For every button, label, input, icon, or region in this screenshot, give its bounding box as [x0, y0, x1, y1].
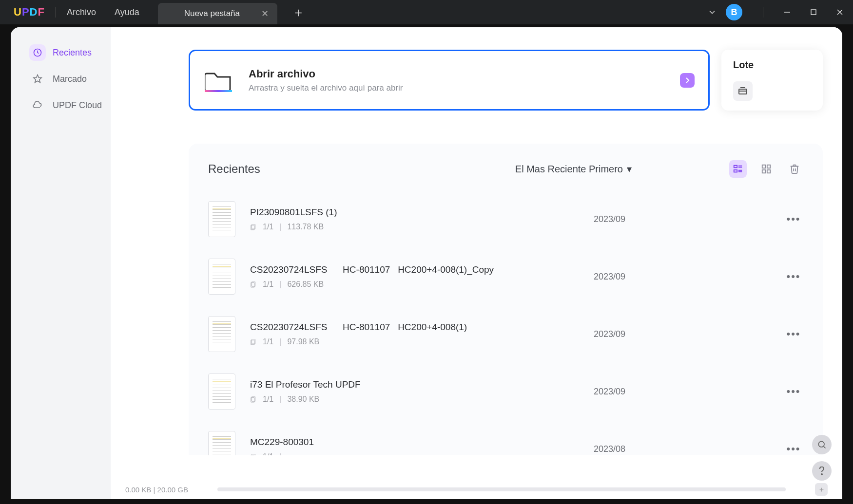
chevron-down-icon[interactable] [707, 7, 717, 17]
window-minimize-button[interactable] [774, 0, 800, 24]
close-icon[interactable]: ✕ [261, 8, 269, 19]
delete-button[interactable] [786, 160, 803, 178]
file-thumbnail [208, 373, 235, 410]
tab-active[interactable]: Nueva pestaña ✕ [158, 3, 277, 24]
sort-label: El Mas Reciente Primero [515, 164, 623, 175]
svg-line-31 [824, 447, 826, 448]
batch-title: Lote [733, 59, 811, 71]
file-row[interactable]: i73 El Profesor Tech UPDF1/1|38.90 KB202… [208, 363, 803, 420]
clock-icon [29, 44, 46, 61]
batch-card[interactable]: Lote [721, 50, 823, 111]
file-list: PI23090801LSFS (1)1/1|113.78 KB2023/09••… [208, 190, 803, 455]
tab-label: Nueva pestaña [184, 9, 240, 19]
pages-icon [250, 224, 257, 230]
pages-icon [250, 396, 257, 403]
sidebar: Recientes Marcado UPDF Cloud [11, 27, 111, 499]
file-pages: 1/1 [263, 223, 273, 231]
file-thumbnail [208, 259, 235, 295]
window-close-button[interactable] [827, 0, 853, 24]
pages-icon [250, 281, 257, 288]
svg-rect-29 [251, 455, 254, 456]
pages-icon [250, 338, 257, 345]
file-name: PI23090801LSFS (1) [250, 207, 594, 218]
recents-heading: Recientes [208, 162, 260, 176]
sidebar-item-cloud[interactable]: UPDF Cloud [17, 93, 105, 117]
avatar[interactable]: B [726, 4, 742, 20]
scanner-icon[interactable] [733, 81, 753, 101]
sidebar-item-label: Recientes [53, 48, 92, 58]
svg-rect-6 [205, 90, 232, 92]
file-row[interactable]: CS20230724LSFS HC-801107 HC200+4-008(1)1… [208, 305, 803, 363]
more-button[interactable]: ••• [784, 328, 803, 340]
file-size: 38.90 KB [287, 395, 319, 404]
file-pages: 1/1 [263, 280, 273, 289]
sort-dropdown[interactable]: El Mas Reciente Primero ▾ [515, 163, 632, 175]
star-icon [29, 71, 46, 87]
sidebar-item-label: Marcado [53, 74, 87, 84]
file-pages: 1/1 [263, 395, 273, 404]
file-thumbnail [208, 431, 235, 455]
file-size: 97.98 KB [287, 337, 319, 346]
sidebar-item-recent[interactable]: Recientes [17, 41, 105, 64]
file-row[interactable]: CS20230724LSFS HC-801107 HC200+4-008(1)_… [208, 248, 803, 305]
chevron-down-icon: ▾ [627, 163, 632, 175]
open-file-title: Abrir archivo [249, 68, 403, 80]
svg-marker-5 [34, 75, 42, 83]
file-date: 2023/09 [594, 214, 647, 224]
file-date: 2023/09 [594, 387, 647, 397]
svg-rect-10 [734, 166, 737, 168]
sidebar-item-label: UPDF Cloud [53, 100, 102, 111]
cloud-icon [29, 97, 46, 113]
divider [56, 7, 56, 18]
file-date: 2023/09 [594, 329, 647, 339]
svg-rect-13 [734, 170, 737, 172]
svg-rect-1 [811, 10, 816, 15]
storage-footer: 0.00 KB | 20.00 GB ＋ [111, 480, 842, 499]
svg-rect-18 [762, 170, 765, 173]
titlebar: UPDF Archivo Ayuda Nueva pestaña ✕ ＋ B [0, 0, 853, 24]
app-logo: UPDF [14, 6, 45, 19]
file-date: 2023/09 [594, 272, 647, 282]
open-file-subtitle: Arrastra y suelta el archivo aquí para a… [249, 83, 403, 93]
view-grid-button[interactable] [757, 160, 775, 178]
divider [763, 7, 763, 18]
storage-text: 0.00 KB | 20.00 GB [125, 485, 188, 494]
pages-icon [250, 453, 257, 455]
file-name: i73 El Profesor Tech UPDF [250, 379, 594, 390]
file-row[interactable]: PI23090801LSFS (1)1/1|113.78 KB2023/09••… [208, 190, 803, 248]
more-button[interactable]: ••• [784, 385, 803, 398]
recents-panel: Recientes El Mas Reciente Primero ▾ [189, 144, 823, 455]
file-thumbnail [208, 316, 235, 352]
storage-bar [217, 487, 786, 491]
file-thumbnail [208, 201, 235, 237]
more-button[interactable]: ••• [784, 213, 803, 225]
view-list-button[interactable] [729, 160, 747, 178]
window-maximize-button[interactable] [800, 0, 827, 24]
file-date: 2023/08 [594, 444, 647, 454]
svg-point-30 [818, 441, 824, 447]
file-name: CS20230724LSFS HC-801107 HC200+4-008(1) [250, 322, 594, 333]
file-pages: 1/1 [263, 452, 273, 455]
chevron-right-icon[interactable] [680, 73, 695, 88]
svg-rect-17 [767, 165, 770, 168]
stage: Recientes Marcado UPDF Cloud [0, 24, 853, 504]
file-size: 113.78 KB [287, 223, 324, 231]
svg-rect-16 [762, 165, 765, 168]
help-button[interactable] [812, 461, 832, 481]
search-button[interactable] [812, 435, 832, 454]
sidebar-item-marked[interactable]: Marcado [17, 67, 105, 91]
open-file-card[interactable]: Abrir archivo Arrastra y suelta el archi… [189, 50, 710, 111]
folder-icon [205, 68, 232, 93]
menu-help[interactable]: Ayuda [115, 7, 139, 18]
add-storage-button[interactable]: ＋ [815, 483, 828, 496]
more-button[interactable]: ••• [784, 443, 803, 455]
main-content: Abrir archivo Arrastra y suelta el archi… [111, 27, 842, 480]
file-row[interactable]: MC229-8003011/1|2023/08••• [208, 420, 803, 455]
new-tab-button[interactable]: ＋ [292, 4, 305, 21]
more-button[interactable]: ••• [784, 270, 803, 283]
app-window: Recientes Marcado UPDF Cloud [11, 27, 842, 499]
menu-file[interactable]: Archivo [67, 7, 96, 18]
file-name: CS20230724LSFS HC-801107 HC200+4-008(1)_… [250, 264, 594, 275]
file-pages: 1/1 [263, 337, 273, 346]
file-size: 626.85 KB [287, 280, 324, 289]
